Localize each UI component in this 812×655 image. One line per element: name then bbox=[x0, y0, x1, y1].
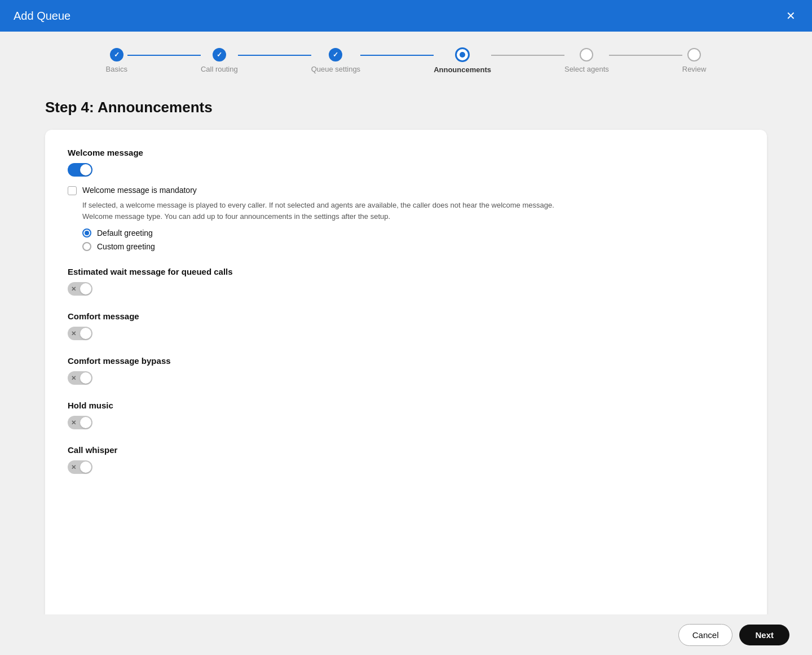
connector-3 bbox=[360, 55, 434, 56]
step-circle-select-agents bbox=[580, 48, 593, 61]
welcome-mandatory-label: Welcome message is mandatory bbox=[82, 186, 197, 195]
welcome-message-title: Welcome message bbox=[68, 148, 744, 157]
connector-2 bbox=[238, 55, 311, 56]
welcome-description: If selected, a welcome message is played… bbox=[82, 200, 744, 222]
stepper: Basics Call routing Queue settings Annou… bbox=[0, 32, 812, 85]
step-circle-review bbox=[687, 48, 701, 61]
welcome-message-toggle[interactable] bbox=[68, 163, 92, 177]
step-label-select-agents: Select agents bbox=[564, 65, 609, 73]
step-basics[interactable]: Basics bbox=[106, 48, 127, 73]
hold-music-toggle[interactable]: ✕ bbox=[68, 416, 92, 429]
welcome-message-section: Welcome message Welcome message is manda… bbox=[68, 148, 744, 251]
hold-music-title: Hold music bbox=[68, 401, 744, 410]
call-whisper-toggle[interactable]: ✕ bbox=[68, 460, 92, 474]
comfort-bypass-toggle[interactable]: ✕ bbox=[68, 371, 92, 385]
card-spacer bbox=[68, 490, 744, 603]
comfort-message-section: Comfort message ✕ bbox=[68, 311, 744, 340]
step-label-announcements: Announcements bbox=[434, 65, 491, 74]
toggle-x-knob-5 bbox=[80, 461, 91, 473]
comfort-message-toggle[interactable]: ✕ bbox=[68, 327, 92, 340]
dialog-title: Add Queue bbox=[14, 10, 70, 23]
comfort-message-title: Comfort message bbox=[68, 311, 744, 321]
step-label-queue-settings: Queue settings bbox=[311, 65, 360, 73]
welcome-message-toggle-wrapper bbox=[68, 163, 92, 177]
estimated-wait-section: Estimated wait message for queued calls … bbox=[68, 267, 744, 296]
next-button[interactable]: Next bbox=[739, 625, 789, 645]
toggle-x-icon-4: ✕ bbox=[71, 419, 76, 427]
toggle-x-icon-5: ✕ bbox=[71, 464, 76, 471]
radio-default[interactable] bbox=[82, 228, 91, 238]
radio-custom-label: Custom greeting bbox=[97, 242, 155, 251]
step-circle-basics bbox=[110, 48, 123, 61]
radio-custom[interactable] bbox=[82, 242, 91, 251]
step-label-call-routing: Call routing bbox=[201, 65, 238, 73]
step-circle-call-routing bbox=[213, 48, 226, 61]
step-review[interactable]: Review bbox=[682, 48, 707, 73]
welcome-mandatory-checkbox[interactable] bbox=[68, 186, 77, 195]
step-select-agents[interactable]: Select agents bbox=[564, 48, 609, 73]
toggle-x-icon-2: ✕ bbox=[71, 330, 76, 337]
toggle-x-knob-2 bbox=[80, 328, 91, 339]
close-icon[interactable]: ✕ bbox=[783, 8, 798, 24]
page-title: Step 4: Announcements bbox=[45, 99, 767, 116]
connector-5 bbox=[609, 55, 682, 56]
estimated-wait-toggle[interactable]: ✕ bbox=[68, 282, 92, 296]
form-card: Welcome message Welcome message is manda… bbox=[45, 130, 767, 621]
toggle-x-knob-4 bbox=[80, 417, 91, 428]
connector-1 bbox=[127, 55, 201, 56]
comfort-bypass-section: Comfort message bypass ✕ bbox=[68, 356, 744, 385]
step-circle-announcements bbox=[455, 47, 470, 62]
welcome-mandatory-row: Welcome message is mandatory bbox=[68, 186, 744, 195]
step-label-basics: Basics bbox=[106, 65, 127, 73]
step-call-routing[interactable]: Call routing bbox=[201, 48, 238, 73]
main-content: Step 4: Announcements Welcome message We… bbox=[0, 85, 812, 634]
step-circle-queue-settings bbox=[329, 48, 342, 61]
cancel-button[interactable]: Cancel bbox=[678, 624, 733, 646]
connector-4 bbox=[491, 55, 564, 56]
step-queue-settings[interactable]: Queue settings bbox=[311, 48, 360, 73]
radio-default-label: Default greeting bbox=[97, 228, 153, 238]
call-whisper-title: Call whisper bbox=[68, 445, 744, 455]
radio-default-row[interactable]: Default greeting bbox=[82, 228, 744, 238]
header: Add Queue ✕ bbox=[0, 0, 812, 32]
toggle-knob bbox=[80, 164, 91, 175]
toggle-x-knob-1 bbox=[80, 283, 91, 294]
footer: Cancel Next bbox=[0, 614, 812, 655]
call-whisper-section: Call whisper ✕ bbox=[68, 445, 744, 474]
hold-music-section: Hold music ✕ bbox=[68, 401, 744, 429]
step-label-review: Review bbox=[682, 65, 707, 73]
radio-custom-row[interactable]: Custom greeting bbox=[82, 242, 744, 251]
toggle-x-icon-3: ✕ bbox=[71, 375, 76, 382]
comfort-bypass-title: Comfort message bypass bbox=[68, 356, 744, 366]
welcome-desc-line2: Welcome message type. You can add up to … bbox=[82, 212, 390, 221]
estimated-wait-title: Estimated wait message for queued calls bbox=[68, 267, 744, 276]
welcome-desc-line1: If selected, a welcome message is played… bbox=[82, 201, 554, 209]
toggle-x-knob-3 bbox=[80, 372, 91, 384]
step-announcements[interactable]: Announcements bbox=[434, 47, 491, 74]
toggle-x-icon-1: ✕ bbox=[71, 285, 76, 293]
